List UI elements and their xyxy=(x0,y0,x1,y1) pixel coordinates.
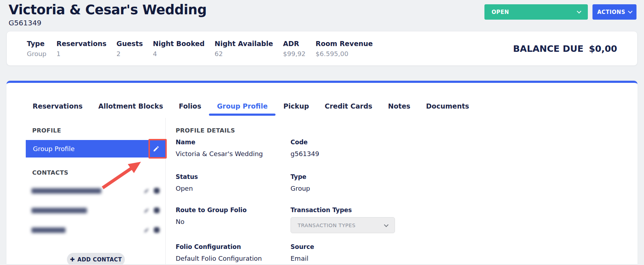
tab-label: Credit Cards xyxy=(325,102,372,110)
tab-documents[interactable]: Documents xyxy=(418,101,477,118)
stat-value: 62 xyxy=(215,50,273,58)
stat-label: Reservations xyxy=(57,40,107,48)
transaction-types-dropdown[interactable]: TRANSACTION TYPES xyxy=(291,217,395,233)
stat-night-booked: Night Booked 4 xyxy=(153,40,204,58)
contact-row[interactable] xyxy=(31,186,160,195)
plus-icon: ✚ xyxy=(70,257,75,262)
field-value: Open xyxy=(176,185,291,192)
stat-guests: Guests 2 xyxy=(117,40,143,58)
balance-due-value: $0,00 xyxy=(589,43,617,54)
contact-row[interactable] xyxy=(31,206,160,215)
stat-adr: ADR $99,92 xyxy=(283,40,306,58)
profile-details-heading: PROFILE DETAILS xyxy=(176,127,638,134)
header-actions: OPEN ACTIONS xyxy=(484,4,636,20)
add-contact-button[interactable]: ✚ ADD CONTACT xyxy=(67,253,125,264)
field-label: Transaction Types xyxy=(291,206,638,214)
stat-value: Group xyxy=(27,50,47,58)
balance-due: BALANCE DUE $0,00 xyxy=(513,43,617,54)
tab-reservations[interactable]: Reservations xyxy=(25,101,91,118)
stats-list: Type Group Reservations 1 Guests 2 Night… xyxy=(27,40,373,58)
field-value: Email xyxy=(291,255,638,262)
tab-pickup[interactable]: Pickup xyxy=(275,101,317,118)
contacts-section-heading: CONTACTS xyxy=(32,169,165,176)
profile-details-fields: Name Victoria & Cesar's Wedding Code g56… xyxy=(176,139,638,262)
add-contact-label: ADD CONTACT xyxy=(77,256,122,263)
chevron-down-icon xyxy=(628,9,633,14)
summary-card: Type Group Reservations 1 Guests 2 Night… xyxy=(6,31,638,66)
tab-credit-cards[interactable]: Credit Cards xyxy=(317,101,380,118)
status-dropdown[interactable]: OPEN xyxy=(484,4,588,20)
transaction-types-dropdown-label: TRANSACTION TYPES xyxy=(298,222,356,228)
stat-label: Night Available xyxy=(215,40,273,48)
profile-details-panel: PROFILE DETAILS Name Victoria & Cesar's … xyxy=(166,118,638,264)
field-label: Code xyxy=(291,139,638,146)
balance-due-label: BALANCE DUE xyxy=(513,43,584,54)
edit-contact-icon[interactable] xyxy=(144,228,149,233)
stat-label: Night Booked xyxy=(153,40,204,48)
contact-row[interactable] xyxy=(31,225,160,235)
delete-contact-icon[interactable] xyxy=(154,227,160,233)
stat-label: Guests xyxy=(117,40,143,48)
field-folio-configuration: Folio Configuration Default Folio Config… xyxy=(176,243,291,262)
tab-label: Notes xyxy=(388,102,410,110)
contact-row-actions xyxy=(144,227,160,233)
stat-reservations: Reservations 1 xyxy=(57,40,107,58)
stat-label: Type xyxy=(27,40,47,48)
delete-contact-icon[interactable] xyxy=(154,208,160,213)
stat-value: 4 xyxy=(153,50,204,58)
field-source: Source Email xyxy=(291,243,638,262)
group-detail-card: Reservations Allotment Blocks Folios Gro… xyxy=(6,81,638,264)
field-label: Type xyxy=(291,173,638,180)
tab-allotment-blocks[interactable]: Allotment Blocks xyxy=(91,101,171,118)
edit-contact-icon[interactable] xyxy=(144,208,149,213)
field-transaction-types: Transaction Types TRANSACTION TYPES xyxy=(291,206,638,233)
page-header: Victoria & Cesar's Wedding G561349 OPEN … xyxy=(0,0,644,27)
edit-contact-icon[interactable] xyxy=(144,188,149,194)
contacts-list xyxy=(6,186,165,235)
tab-notes[interactable]: Notes xyxy=(380,101,418,118)
field-status: Status Open xyxy=(176,173,291,192)
profile-section-heading: PROFILE xyxy=(32,127,165,134)
stat-type: Type Group xyxy=(27,40,47,58)
stat-label: ADR xyxy=(283,40,306,48)
contact-name-redacted xyxy=(31,208,87,213)
chevron-down-icon xyxy=(384,222,389,227)
tab-folios[interactable]: Folios xyxy=(171,101,209,118)
stat-value: 2 xyxy=(117,50,143,58)
sidebar-item-label: Group Profile xyxy=(33,145,75,152)
profile-sidebar: PROFILE Group Profile CONTACTS xyxy=(6,118,166,264)
delete-contact-icon[interactable] xyxy=(154,188,160,194)
tab-content: PROFILE Group Profile CONTACTS xyxy=(6,118,638,264)
group-code: G561349 xyxy=(9,19,635,27)
field-name: Name Victoria & Cesar's Wedding xyxy=(176,139,291,158)
tab-label: Reservations xyxy=(33,102,83,110)
tab-label: Allotment Blocks xyxy=(98,102,163,110)
field-value: No xyxy=(176,218,291,225)
tab-group-profile[interactable]: Group Profile xyxy=(209,101,275,118)
stat-value: $6.595,00 xyxy=(316,50,373,58)
page: Victoria & Cesar's Wedding G561349 OPEN … xyxy=(0,0,644,264)
tab-label: Group Profile xyxy=(217,102,268,110)
field-type: Type Group xyxy=(291,173,638,192)
field-value: g561349 xyxy=(291,150,638,158)
stat-room-revenue: Room Revenue $6.595,00 xyxy=(316,40,373,58)
contact-row-actions xyxy=(144,188,160,194)
actions-button[interactable]: ACTIONS xyxy=(592,4,636,20)
field-code: Code g561349 xyxy=(291,139,638,158)
field-value: Group xyxy=(291,185,638,192)
stat-value: $99,92 xyxy=(283,50,306,58)
sidebar-item-group-profile[interactable]: Group Profile xyxy=(26,140,165,158)
contact-row-actions xyxy=(144,208,160,213)
status-dropdown-label: OPEN xyxy=(492,9,509,15)
stat-value: 1 xyxy=(57,50,107,58)
tab-label: Folios xyxy=(179,102,201,110)
field-label: Name xyxy=(176,139,291,146)
chevron-down-icon xyxy=(577,9,581,14)
stat-night-available: Night Available 62 xyxy=(215,40,273,58)
contact-name-redacted xyxy=(31,188,101,194)
stat-label: Room Revenue xyxy=(316,40,373,48)
edit-group-profile-button[interactable] xyxy=(149,141,164,156)
tab-label: Pickup xyxy=(283,102,309,110)
tab-bar: Reservations Allotment Blocks Folios Gro… xyxy=(6,83,638,118)
field-value: Victoria & Cesar's Wedding xyxy=(176,150,291,158)
